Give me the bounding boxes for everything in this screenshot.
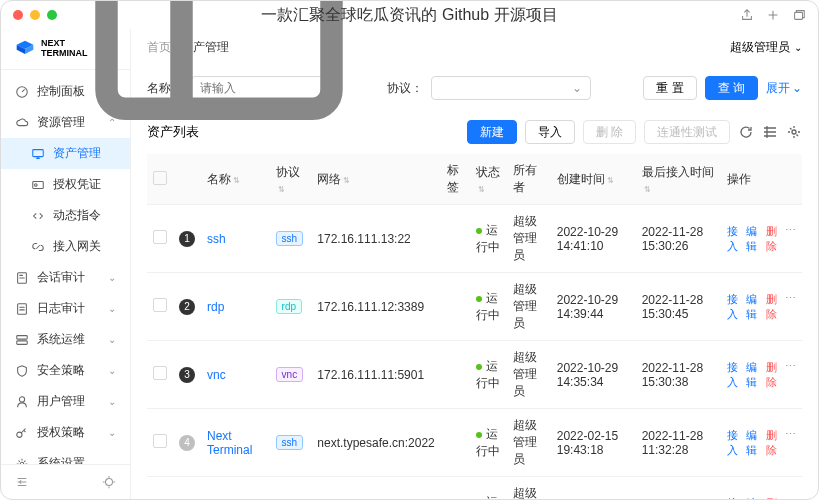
collapse-icon[interactable] bbox=[15, 473, 29, 491]
audit-icon bbox=[15, 271, 29, 285]
cell-created: 2022-10-29 14:39:44 bbox=[551, 273, 636, 341]
table-row: 4 Next Terminal ssh next.typesafe.cn:202… bbox=[147, 409, 802, 477]
reload-icon[interactable] bbox=[738, 124, 754, 140]
delete-link[interactable]: 删除 bbox=[766, 496, 781, 500]
row-badge: 4 bbox=[179, 435, 195, 451]
col-owner: 所有者 bbox=[507, 154, 550, 205]
test-button[interactable]: 连通性测试 bbox=[644, 120, 730, 144]
settings-icon[interactable] bbox=[786, 124, 802, 140]
select-all-checkbox[interactable] bbox=[153, 171, 167, 185]
delete-link[interactable]: 删除 bbox=[766, 292, 781, 322]
col-ops: 操作 bbox=[721, 154, 802, 205]
col-status: 状态⇅ bbox=[470, 154, 508, 205]
close-dot[interactable] bbox=[13, 10, 23, 20]
sidebar-footer bbox=[1, 464, 130, 499]
access-link[interactable]: 接入 bbox=[727, 224, 742, 254]
row-checkbox[interactable] bbox=[153, 298, 167, 312]
reset-button[interactable]: 重 置 bbox=[643, 76, 696, 100]
create-button[interactable]: 新建 bbox=[467, 120, 517, 144]
proto-tag: ssh bbox=[276, 435, 304, 450]
expand-toggle[interactable]: 展开 ⌄ bbox=[766, 80, 802, 97]
dashboard-icon bbox=[15, 85, 29, 99]
maximize-dot[interactable] bbox=[47, 10, 57, 20]
row-checkbox[interactable] bbox=[153, 366, 167, 380]
more-icon[interactable]: ⋯ bbox=[785, 292, 796, 322]
menu-session[interactable]: 会话审计⌄ bbox=[1, 262, 130, 293]
access-link[interactable]: 接入 bbox=[727, 360, 742, 390]
cloud-icon bbox=[15, 116, 29, 130]
asset-name-link[interactable]: vnc bbox=[207, 368, 226, 382]
row-checkbox[interactable] bbox=[153, 230, 167, 244]
table-row: 5 Ubuntu ssh 172.17.0.1:2222 运行中 超级管理员 2… bbox=[147, 477, 802, 500]
svg-point-6 bbox=[35, 183, 38, 186]
log-icon bbox=[15, 302, 29, 316]
proto-tag: ssh bbox=[276, 231, 304, 246]
edit-link[interactable]: 编辑 bbox=[746, 428, 761, 458]
cell-last: 2022-11-27 21:40:32 bbox=[636, 477, 721, 500]
import-button[interactable]: 导入 bbox=[525, 120, 575, 144]
menu-command[interactable]: 动态指令 bbox=[1, 200, 130, 231]
delete-link[interactable]: 删除 bbox=[766, 428, 781, 458]
chevron-down-icon: ⌄ bbox=[108, 365, 116, 376]
menu-credential[interactable]: 授权凭证 bbox=[1, 169, 130, 200]
more-icon[interactable]: ⋯ bbox=[785, 428, 796, 458]
menu-gateway[interactable]: 接入网关 bbox=[1, 231, 130, 262]
menu-security[interactable]: 安全策略⌄ bbox=[1, 355, 130, 386]
menu-auth[interactable]: 授权策略⌄ bbox=[1, 417, 130, 448]
col-tag: 标签 bbox=[441, 154, 470, 205]
chevron-down-icon: ⌄ bbox=[572, 81, 582, 95]
access-link[interactable]: 接入 bbox=[727, 428, 742, 458]
cell-created: 2022-10-29 14:35:34 bbox=[551, 341, 636, 409]
cell-created: 2022-10-29 14:41:10 bbox=[551, 205, 636, 273]
menu-user[interactable]: 用户管理⌄ bbox=[1, 386, 130, 417]
minimize-dot[interactable] bbox=[30, 10, 40, 20]
asset-name-link[interactable]: Next Terminal bbox=[207, 429, 252, 457]
menu-ops[interactable]: 系统运维⌄ bbox=[1, 324, 130, 355]
query-button[interactable]: 查 询 bbox=[705, 76, 758, 100]
edit-link[interactable]: 编辑 bbox=[746, 496, 761, 500]
density-icon[interactable] bbox=[762, 124, 778, 140]
asset-name-link[interactable]: rdp bbox=[207, 300, 224, 314]
proto-select[interactable]: ⌄ bbox=[431, 76, 591, 100]
menu-log[interactable]: 日志审计⌄ bbox=[1, 293, 130, 324]
chevron-down-icon: ⌄ bbox=[108, 396, 116, 407]
more-icon[interactable]: ⋯ bbox=[785, 224, 796, 254]
chevron-down-icon: ⌄ bbox=[792, 81, 802, 95]
cell-last: 2022-11-28 11:32:28 bbox=[636, 409, 721, 477]
delete-button[interactable]: 删 除 bbox=[583, 120, 636, 144]
edit-link[interactable]: 编辑 bbox=[746, 360, 761, 390]
delete-link[interactable]: 删除 bbox=[766, 224, 781, 254]
more-icon[interactable]: ⋯ bbox=[785, 496, 796, 500]
svg-rect-9 bbox=[17, 335, 28, 339]
proto-tag: rdp bbox=[276, 299, 302, 314]
user-icon bbox=[15, 395, 29, 409]
cell-net: 172.17.0.1:2222 bbox=[311, 477, 440, 500]
row-badge: 2 bbox=[179, 299, 195, 315]
edit-link[interactable]: 编辑 bbox=[746, 292, 761, 322]
key-icon bbox=[15, 426, 29, 440]
col-created: 创建时间⇅ bbox=[551, 154, 636, 205]
row-checkbox[interactable] bbox=[153, 434, 167, 448]
menu-settings[interactable]: 系统设置 bbox=[1, 448, 130, 464]
share-icon[interactable] bbox=[740, 6, 754, 24]
svg-rect-8 bbox=[18, 303, 27, 314]
access-link[interactable]: 接入 bbox=[727, 292, 742, 322]
more-icon[interactable]: ⋯ bbox=[785, 360, 796, 390]
edit-link[interactable]: 编辑 bbox=[746, 224, 761, 254]
cell-owner: 超级管理员 bbox=[507, 477, 550, 500]
theme-icon[interactable] bbox=[102, 473, 116, 491]
asset-name-link[interactable]: ssh bbox=[207, 232, 226, 246]
row-badge: 3 bbox=[179, 367, 195, 383]
user-menu[interactable]: 超级管理员 ⌄ bbox=[730, 39, 802, 56]
plus-icon[interactable] bbox=[766, 6, 780, 24]
table-row: 2 rdp rdp 172.16.111.12:3389 运行中 超级管理员 2… bbox=[147, 273, 802, 341]
row-badge: 1 bbox=[179, 231, 195, 247]
cell-last: 2022-11-28 15:30:45 bbox=[636, 273, 721, 341]
tabs-icon[interactable] bbox=[792, 6, 806, 24]
cell-created: 2022-02-15 19:43:18 bbox=[551, 409, 636, 477]
access-link[interactable]: 接入 bbox=[727, 496, 742, 500]
cell-net: 172.16.111.13:22 bbox=[311, 205, 440, 273]
chevron-down-icon: ⌄ bbox=[108, 272, 116, 283]
delete-link[interactable]: 删除 bbox=[766, 360, 781, 390]
svg-rect-10 bbox=[17, 340, 28, 344]
